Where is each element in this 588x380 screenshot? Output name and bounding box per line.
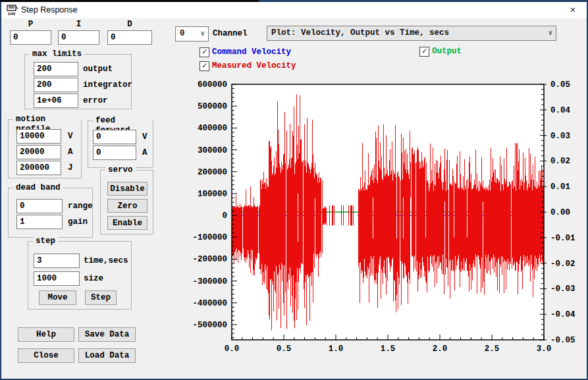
move-button[interactable]: Move — [39, 290, 76, 305]
load-data-button[interactable]: Load Data — [78, 348, 136, 363]
svg-text:0.05: 0.05 — [550, 80, 570, 90]
svg-text:-300000: -300000 — [192, 277, 227, 286]
max-error-input[interactable] — [34, 94, 78, 108]
output-checkbox[interactable]: ✓ — [419, 47, 429, 57]
max-error-label: error — [83, 96, 108, 106]
title-bar: DM Step Response ✕ — [1, 2, 587, 18]
group-feed-forward: feed forward V A — [88, 121, 153, 168]
plot-type-value: Plot: Velocity, Output vs Time, secs — [271, 28, 449, 38]
svg-text:-100000: -100000 — [192, 233, 227, 242]
i-input[interactable] — [58, 30, 99, 45]
step-time-input[interactable] — [34, 254, 80, 268]
group-servo: servo Disable Zero Enable — [100, 170, 153, 234]
close-icon[interactable]: ✕ — [559, 2, 587, 18]
svg-text:0.01: 0.01 — [550, 182, 570, 192]
svg-text:-0.03: -0.03 — [550, 285, 575, 294]
chevron-down-icon: ∨ — [548, 26, 552, 40]
check-icon: ✓ — [202, 47, 207, 57]
measured-velocity-checkbox[interactable]: ✓ — [200, 61, 209, 71]
output-label: Output — [432, 47, 462, 57]
deadband-range-input[interactable] — [16, 199, 63, 213]
command-velocity-checkbox[interactable]: ✓ — [200, 47, 209, 57]
step-response-window: DM Step Response ✕ P I D 0 ∨ Channel Plo… — [0, 0, 588, 380]
deadband-gain-label: gain — [68, 217, 88, 227]
channel-select[interactable]: 0 ∨ — [175, 26, 209, 41]
group-title: step — [33, 236, 58, 246]
profile-j-input[interactable] — [16, 161, 61, 175]
d-input[interactable] — [107, 30, 152, 45]
svg-text:0.0: 0.0 — [225, 344, 240, 354]
profile-v-input[interactable] — [16, 129, 61, 144]
svg-text:300000: 300000 — [198, 146, 227, 155]
svg-text:200000: 200000 — [198, 168, 227, 177]
ff-v-label: V — [142, 132, 147, 142]
svg-text:2.5: 2.5 — [485, 344, 500, 354]
svg-text:0.04: 0.04 — [550, 106, 571, 115]
svg-text:0.02: 0.02 — [550, 157, 570, 166]
svg-text:400000: 400000 — [198, 124, 227, 133]
command-velocity-label: Command Velocity — [212, 47, 291, 57]
svg-text:600000: 600000 — [198, 80, 227, 90]
group-dead-band: dead band range gain — [8, 188, 93, 238]
servo-disable-button[interactable]: Disable — [107, 182, 147, 196]
svg-text:0.5: 0.5 — [277, 344, 292, 354]
deadband-range-label: range — [68, 202, 93, 211]
ff-v-input[interactable] — [93, 130, 136, 144]
close-button[interactable]: Close — [18, 348, 74, 363]
help-button[interactable]: Help — [18, 327, 74, 342]
step-button[interactable]: Step — [85, 290, 117, 305]
svg-text:1.0: 1.0 — [329, 344, 344, 354]
channel-label: Channel — [213, 29, 248, 39]
servo-zero-button[interactable]: Zero — [107, 199, 147, 213]
ff-a-label: A — [142, 148, 147, 158]
group-step: step time,secs size Move Step — [28, 241, 132, 310]
check-icon: ✓ — [422, 47, 427, 56]
max-integrator-label: integrator — [83, 80, 132, 90]
ff-a-input[interactable] — [93, 146, 136, 160]
group-title: servo — [105, 165, 136, 175]
d-label: D — [107, 20, 152, 30]
measured-velocity-label: Measured Velocity — [212, 61, 296, 71]
window-title: Step Response — [21, 5, 77, 14]
max-output-input[interactable] — [34, 62, 78, 76]
svg-text:500000: 500000 — [198, 102, 227, 111]
svg-text:-400000: -400000 — [192, 299, 227, 308]
step-size-input[interactable] — [34, 271, 80, 286]
p-input[interactable] — [10, 30, 51, 45]
svg-text:1.5: 1.5 — [381, 344, 396, 354]
svg-text:0: 0 — [222, 211, 227, 221]
group-title: max limits — [30, 49, 84, 59]
svg-text:DM: DM — [7, 11, 16, 16]
chevron-down-icon: ∨ — [200, 27, 205, 41]
svg-text:0.00: 0.00 — [550, 208, 570, 217]
p-label: P — [10, 20, 51, 30]
svg-text:-200000: -200000 — [192, 255, 227, 264]
step-size-label: size — [84, 274, 103, 284]
svg-text:0.03: 0.03 — [550, 132, 570, 141]
app-icon: DM — [6, 4, 19, 17]
plot-type-select[interactable]: Plot: Velocity, Output vs Time, secs ∨ — [267, 26, 556, 41]
max-output-label: output — [83, 65, 113, 74]
svg-text:-0.05: -0.05 — [550, 336, 575, 345]
step-time-label: time,secs — [84, 256, 128, 266]
group-title: dead band — [13, 183, 63, 193]
svg-text:-0.01: -0.01 — [550, 234, 575, 243]
svg-text:2.0: 2.0 — [433, 344, 448, 354]
svg-text:-500000: -500000 — [192, 321, 227, 330]
group-max-limits: max limits output integrator error — [24, 54, 132, 109]
group-motion-profile: motion profile V A J — [8, 119, 82, 178]
save-data-button[interactable]: Save Data — [78, 327, 136, 342]
profile-v-label: V — [68, 132, 73, 142]
profile-a-label: A — [68, 148, 73, 157]
max-integrator-input[interactable] — [34, 78, 78, 92]
servo-enable-button[interactable]: Enable — [107, 216, 147, 230]
profile-a-input[interactable] — [16, 145, 61, 159]
i-label: I — [58, 20, 99, 30]
deadband-gain-input[interactable] — [16, 215, 63, 229]
svg-text:100000: 100000 — [198, 190, 227, 199]
check-icon: ✓ — [202, 61, 207, 70]
profile-j-label: J — [68, 163, 73, 173]
channel-value: 0 — [180, 29, 185, 38]
svg-text:-0.02: -0.02 — [550, 259, 575, 269]
svg-text:-0.04: -0.04 — [550, 310, 575, 319]
